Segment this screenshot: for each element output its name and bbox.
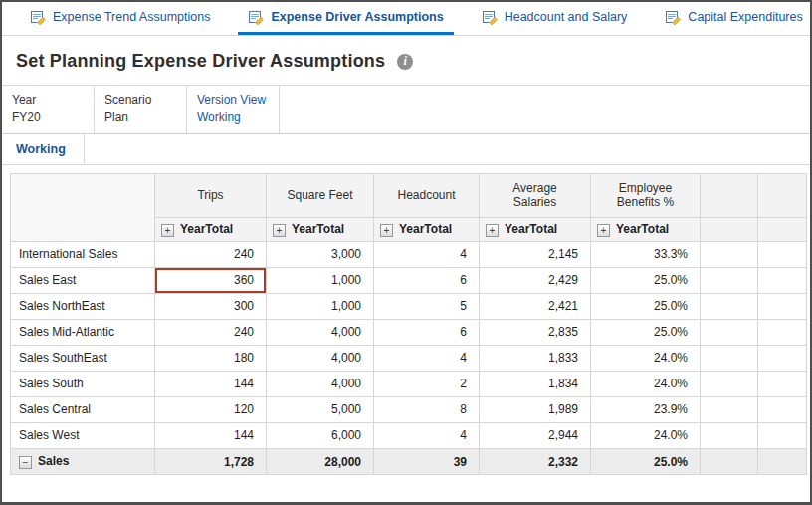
data-cell[interactable]: 6 xyxy=(374,319,480,345)
app-window: Expense Trend Assumptions Expense Driver… xyxy=(0,0,812,505)
data-cell[interactable]: 6,000 xyxy=(267,422,374,448)
period-header[interactable]: +YearTotal xyxy=(480,217,591,241)
data-cell[interactable]: 23.9% xyxy=(591,396,701,422)
period-header[interactable]: +YearTotal xyxy=(155,217,267,241)
pov-version-view[interactable]: Version View Working xyxy=(187,86,280,133)
data-cell[interactable]: 24.0% xyxy=(591,371,701,396)
data-cell[interactable]: 4,000 xyxy=(267,345,374,371)
pov-member-value[interactable]: Working xyxy=(197,109,267,126)
column-header[interactable]: Square Feet xyxy=(267,173,374,217)
total-cell-empty xyxy=(758,448,807,475)
data-cell[interactable]: 120 xyxy=(155,396,267,422)
data-cell[interactable]: 2,429 xyxy=(480,267,591,293)
data-cell[interactable]: 240 xyxy=(155,241,267,267)
total-row-header[interactable]: −Sales xyxy=(11,448,155,475)
data-cell[interactable]: 180 xyxy=(155,345,267,371)
data-cell[interactable]: 240 xyxy=(155,319,267,345)
expand-icon[interactable]: + xyxy=(273,224,286,237)
data-cell[interactable]: 24.0% xyxy=(591,345,701,371)
data-cell[interactable]: 1,000 xyxy=(267,293,374,319)
data-cell[interactable]: 2,421 xyxy=(480,293,591,319)
expand-icon[interactable]: + xyxy=(597,224,610,237)
pov-dimension-label: Year xyxy=(12,92,82,109)
period-header[interactable]: +YearTotal xyxy=(591,217,701,241)
column-header[interactable]: Trips xyxy=(155,173,267,217)
tab-headcount-and-salary[interactable]: Headcount and Salary xyxy=(472,2,638,35)
total-cell[interactable]: 39 xyxy=(374,448,480,475)
data-cell[interactable]: 4 xyxy=(374,241,480,267)
row-header[interactable]: Sales Mid-Atlantic xyxy=(11,319,155,345)
data-cell[interactable]: 24.0% xyxy=(591,422,701,448)
period-header[interactable]: +YearTotal xyxy=(267,217,374,241)
period-label: YearTotal xyxy=(399,222,452,236)
tab-expense-driver-assumptions[interactable]: Expense Driver Assumptions xyxy=(238,2,453,35)
form-pencil-icon xyxy=(248,9,264,25)
data-cell[interactable]: 1,000 xyxy=(267,267,374,293)
column-header[interactable]: Average Salaries xyxy=(480,173,591,217)
table-row: Sales South1444,00021,83424.0% xyxy=(11,371,807,396)
data-cell[interactable]: 25.0% xyxy=(591,319,701,345)
data-cell[interactable]: 6 xyxy=(374,267,480,293)
grid-corner-cell xyxy=(11,173,155,241)
row-header[interactable]: Sales Central xyxy=(11,396,155,422)
total-cell[interactable]: 1,728 xyxy=(155,448,267,475)
data-cell[interactable]: 2,835 xyxy=(480,319,591,345)
empty-cell xyxy=(701,241,758,267)
subtab-bar: Working xyxy=(2,134,810,165)
period-header[interactable]: +YearTotal xyxy=(374,217,480,241)
data-grid: Trips Square Feet Headcount Average Sala… xyxy=(10,173,807,476)
collapse-icon[interactable]: − xyxy=(19,456,32,469)
data-cell[interactable]: 25.0% xyxy=(591,267,701,293)
expand-icon[interactable]: + xyxy=(486,224,499,237)
row-header[interactable]: Sales SouthEast xyxy=(11,345,155,371)
row-header[interactable]: Sales NorthEast xyxy=(11,293,155,319)
data-cell[interactable]: 144 xyxy=(155,422,267,448)
data-cell[interactable]: 2,145 xyxy=(480,241,591,267)
row-header[interactable]: Sales West xyxy=(11,422,155,448)
empty-cell xyxy=(758,267,807,293)
info-icon[interactable]: i xyxy=(397,54,413,70)
total-row-label: Sales xyxy=(38,454,69,468)
data-cell[interactable]: 144 xyxy=(155,371,267,396)
data-cell[interactable]: 4,000 xyxy=(267,319,374,345)
data-cell[interactable]: 8 xyxy=(374,396,480,422)
data-cell[interactable]: 4 xyxy=(374,422,480,448)
table-row: Sales Mid-Atlantic2404,00062,83525.0% xyxy=(11,319,807,345)
data-cell[interactable]: 1,834 xyxy=(480,371,591,396)
expand-icon[interactable]: + xyxy=(161,224,174,237)
data-cell[interactable]: 5,000 xyxy=(267,396,374,422)
total-cell[interactable]: 25.0% xyxy=(591,448,701,475)
selected-data-cell[interactable]: 360 xyxy=(155,267,267,293)
data-cell[interactable]: 25.0% xyxy=(591,293,701,319)
data-cell[interactable]: 300 xyxy=(155,293,267,319)
data-cell[interactable]: 4,000 xyxy=(267,371,374,396)
column-header[interactable]: Headcount xyxy=(374,173,480,217)
period-label: YearTotal xyxy=(292,222,344,236)
data-cell[interactable]: 2 xyxy=(374,371,480,396)
row-header[interactable]: International Sales xyxy=(11,241,155,267)
title-row: Set Planning Expense Driver Assumptions … xyxy=(2,36,810,85)
row-header[interactable]: Sales East xyxy=(11,267,155,293)
empty-cell xyxy=(758,422,807,448)
pov-bar: Year FY20 Scenario Plan Version View Wor… xyxy=(2,85,810,134)
subtab-working[interactable]: Working xyxy=(2,134,85,164)
data-cell[interactable]: 1,989 xyxy=(480,396,591,422)
total-cell[interactable]: 28,000 xyxy=(267,448,374,475)
tab-capital-expenditures[interactable]: Capital Expenditures xyxy=(655,2,812,35)
total-cell[interactable]: 2,332 xyxy=(480,448,591,475)
row-header[interactable]: Sales South xyxy=(11,371,155,396)
column-header[interactable]: Employee Benefits % xyxy=(591,173,701,217)
data-cell[interactable]: 3,000 xyxy=(267,241,374,267)
data-cell[interactable]: 5 xyxy=(374,293,480,319)
data-cell[interactable]: 2,944 xyxy=(480,422,591,448)
empty-cell xyxy=(701,396,758,422)
data-cell[interactable]: 33.3% xyxy=(591,241,701,267)
empty-cell xyxy=(758,371,807,396)
data-cell[interactable]: 4 xyxy=(374,345,480,371)
column-header-empty xyxy=(758,173,807,217)
expand-icon[interactable]: + xyxy=(380,224,393,237)
data-cell[interactable]: 1,833 xyxy=(480,345,591,371)
pov-dimension-label[interactable]: Version View xyxy=(197,92,267,109)
tab-expense-trend-assumptions[interactable]: Expense Trend Assumptions xyxy=(20,2,220,35)
empty-cell xyxy=(701,267,758,293)
